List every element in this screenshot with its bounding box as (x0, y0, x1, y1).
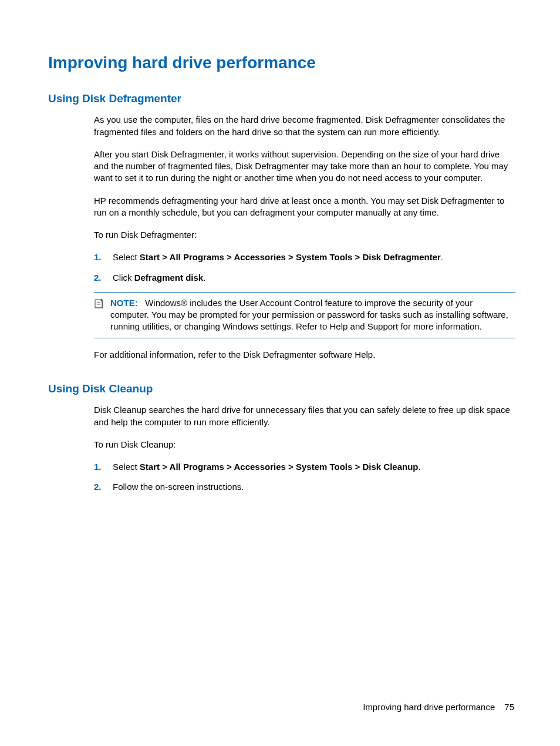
note-icon (94, 297, 110, 333)
note-callout: NOTE: Windows® includes the User Account… (94, 292, 515, 338)
ordered-list: 1. Select Start > All Programs > Accesso… (94, 251, 514, 284)
list-item: 1. Select Start > All Programs > Accesso… (94, 461, 514, 473)
text-bold: Defragment disk (134, 273, 204, 283)
paragraph: As you use the computer, files on the ha… (94, 114, 514, 138)
page-footer: Improving hard drive performance75 (363, 702, 514, 712)
paragraph: After you start Disk Defragmenter, it wo… (94, 149, 514, 184)
list-number: 1. (94, 461, 113, 473)
list-number: 2. (94, 481, 113, 493)
text-run: Select (113, 252, 140, 262)
svg-rect-0 (95, 300, 102, 308)
page-title: Improving hard drive performance (48, 53, 514, 73)
text-bold: Start > All Programs > Accessories > Sys… (140, 462, 419, 472)
list-item: 2. Click Defragment disk. (94, 272, 514, 284)
text-run: . (203, 273, 205, 283)
list-text: Select Start > All Programs > Accessorie… (113, 251, 514, 263)
text-bold: Start > All Programs > Accessories > Sys… (140, 252, 441, 262)
note-text: Windows® includes the User Account Contr… (110, 298, 508, 332)
note-content: NOTE: Windows® includes the User Account… (110, 297, 513, 333)
paragraph: To run Disk Cleanup: (94, 439, 514, 451)
list-text: Select Start > All Programs > Accessorie… (113, 461, 514, 473)
paragraph: HP recommends defragmenting your hard dr… (94, 195, 514, 219)
ordered-list: 1. Select Start > All Programs > Accesso… (94, 461, 514, 493)
text-run: Select (113, 462, 140, 472)
text-run: Click (113, 273, 134, 283)
text-run: . (441, 252, 443, 262)
list-text: Follow the on-screen instructions. (113, 481, 514, 493)
section-heading-cleanup: Using Disk Cleanup (48, 382, 514, 396)
text-run: . (419, 462, 421, 472)
list-item: 1. Select Start > All Programs > Accesso… (94, 251, 514, 263)
list-number: 1. (94, 251, 113, 263)
paragraph: Disk Cleanup searches the hard drive for… (94, 404, 514, 428)
list-item: 2. Follow the on-screen instructions. (94, 481, 514, 493)
list-number: 2. (94, 272, 113, 284)
paragraph: To run Disk Defragmenter: (94, 229, 514, 241)
footer-title: Improving hard drive performance (363, 702, 495, 712)
note-label: NOTE: (110, 298, 138, 308)
page-number: 75 (504, 702, 514, 712)
paragraph: For additional information, refer to the… (94, 349, 514, 361)
section-heading-defragmenter: Using Disk Defragmenter (48, 92, 514, 106)
list-text: Click Defragment disk. (113, 272, 514, 284)
